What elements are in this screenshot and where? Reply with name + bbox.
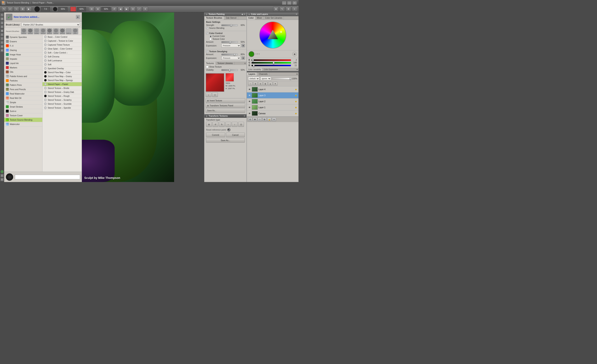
cat-impasto[interactable]: Impasto <box>4 57 42 61</box>
minimize-btn[interactable]: _ <box>282 1 286 5</box>
tab-channels[interactable]: Channels <box>257 72 269 76</box>
tab-layers[interactable]: Layers <box>247 72 257 76</box>
cat-sumi-e[interactable]: Sumi-e <box>4 109 42 113</box>
var-stencil-paper-pastel[interactable]: Stencil Paper – Pastel <box>42 82 82 86</box>
selected-color-circle[interactable] <box>249 51 254 57</box>
recent-thumb-7[interactable]: Stencil <box>60 28 65 34</box>
color-wheel-btn[interactable]: ⊞ <box>292 52 297 56</box>
transform-btn-4[interactable]: ↔ <box>225 122 231 127</box>
amount-slider[interactable] <box>221 41 238 43</box>
left-tool-6[interactable]: ⊙ <box>0 33 4 36</box>
layer-item-4[interactable]: 👁 Layer 4 🔒 <box>247 87 298 92</box>
current-color-radio[interactable] <box>209 35 212 37</box>
tex-btn-2[interactable]: □ <box>212 92 218 97</box>
recent-thumb-1[interactable]: Stencil <box>21 28 27 34</box>
var-stencil-texture-bristle[interactable]: Stencil Texture – Bristle <box>42 86 82 90</box>
cat-texture-cover[interactable]: Texture Cover <box>4 113 42 118</box>
expression-select[interactable]: Pressure <box>221 44 241 47</box>
var-stencil-texture-rough[interactable]: Stencil Texture – Rough <box>42 94 82 98</box>
var-captured-texture[interactable]: Captured – Texture to Color <box>42 39 82 43</box>
cat-image-hose[interactable]: Image Hose <box>4 52 42 57</box>
color-wheel[interactable] <box>259 22 286 48</box>
tab-texture-libraries[interactable]: Texture Libraries <box>216 62 235 65</box>
layer-item-2[interactable]: 👁 Layer 2 🔒 <box>247 98 298 104</box>
transform-btn-5[interactable]: ↕ <box>232 122 237 127</box>
r-thumb[interactable] <box>252 59 254 62</box>
opacity-input-1[interactable] <box>58 7 68 11</box>
tool-btn-4[interactable]: ⊞ <box>20 7 25 12</box>
left-tool-3[interactable]: ◈ <box>0 21 4 24</box>
layer-lock-canvas[interactable]: 🔒 <box>295 112 297 115</box>
transform-btn-3[interactable]: ↻ <box>219 122 225 127</box>
recent-thumb-2[interactable]: Stencil <box>27 28 33 34</box>
cat-watercolor[interactable]: Watercolor <box>4 122 42 127</box>
expression-btn[interactable]: ⊞ <box>242 44 245 47</box>
layers-bottom-btn-1[interactable]: ⊡ <box>248 118 252 121</box>
smudging-expression-select[interactable]: Pressure <box>221 56 241 60</box>
layer-move-up-btn[interactable]: ▲ <box>268 82 273 86</box>
texture-side-preview[interactable] <box>226 73 234 81</box>
r-track[interactable] <box>251 59 291 61</box>
recent-thumb-5[interactable]: Stencil <box>47 28 52 34</box>
layers-bottom-btn-5[interactable]: 🔒 <box>267 118 271 121</box>
color-cursor[interactable] <box>280 31 282 33</box>
layer-group-btn[interactable]: ⊞ <box>253 82 258 86</box>
tab-color-variability[interactable]: Color Variability <box>247 68 262 71</box>
visibility-thumb[interactable] <box>229 69 230 71</box>
left-tool-1[interactable]: ✎ <box>0 13 4 16</box>
left-tool-bottom-1[interactable]: ⊡ <box>0 174 4 177</box>
close-btn[interactable]: ✕ <box>292 1 297 5</box>
cat-real-wet-oil[interactable]: Real Wet Oil <box>4 96 42 100</box>
settings-btn-3[interactable]: ⚙ <box>286 7 291 12</box>
settings-btn-1[interactable]: ⊞ <box>273 7 279 12</box>
var-stencil-texture-grainy-dab[interactable]: Stencil Texture – Grainy Dab <box>42 90 82 94</box>
tab-mixer[interactable]: Mixer <box>255 16 263 20</box>
color-indicator[interactable] <box>0 170 4 173</box>
texture-panel-close[interactable]: ✕ <box>244 13 245 15</box>
layer-lock-2[interactable]: 🔒 <box>295 100 297 103</box>
cat-liquid-ink[interactable]: Liquid Ink <box>4 61 42 65</box>
cat-texture-source-blending[interactable]: Texture Source Blending <box>4 118 42 122</box>
amount-thumb[interactable] <box>229 41 231 44</box>
preserve-select[interactable]: Ignore <box>260 77 271 80</box>
tool-btn-5[interactable]: ▶ <box>26 7 31 12</box>
var-speckled-overlay[interactable]: Speckled Overlay <box>42 67 82 71</box>
layer-item-canvas[interactable]: 👁 Canvas 🔒 <box>247 111 298 117</box>
var-stencil-texture-speckle[interactable]: Stencil Texture – Speckle <box>42 106 82 110</box>
transform-textures-btn[interactable]: ⊞ Transform Textures Panel <box>206 103 245 108</box>
cat-palette-knives[interactable]: Palette Knives and <box>4 74 42 79</box>
transform-btn-6[interactable]: ⊡ <box>238 122 244 127</box>
tool-btn-12[interactable]: ✓ <box>136 7 142 12</box>
b-thumb[interactable] <box>253 64 255 67</box>
brush-search-input[interactable] <box>15 175 80 179</box>
blend-mode-select[interactable]: Default <box>248 77 259 80</box>
settings-btn-4[interactable]: ≡ <box>292 7 297 12</box>
cat-pens-pencils[interactable]: Pens and Pencils <box>4 87 42 92</box>
commit-btn[interactable]: Commit <box>206 133 225 137</box>
color-triangle[interactable] <box>267 29 279 41</box>
layers-bottom-btn-6[interactable]: ≡ <box>272 118 276 121</box>
var-stencil-texture-scratchy[interactable]: Stencil Texture – Scratchy <box>42 98 82 102</box>
recent-thumb-6[interactable]: Stencil <box>53 28 59 34</box>
cancel-btn[interactable]: Cancel <box>226 133 245 137</box>
layer-move-down-btn[interactable]: ▼ <box>273 82 278 86</box>
tool-btn-9[interactable]: ◀ <box>118 7 123 12</box>
cat-dynamic-speckles[interactable]: Dynamic Speckles <box>4 35 42 40</box>
layers-bottom-btn-2[interactable]: ⊞ <box>253 118 257 121</box>
layers-bottom-btn-3[interactable]: □ <box>258 118 262 121</box>
var-captured-tinted[interactable]: Captured Tinted Texture <box>42 43 82 47</box>
b-track[interactable] <box>251 65 291 66</box>
var-soft-color[interactable]: Soft – Color Control – <box>42 51 82 55</box>
tex-btn-1[interactable]: ↓ <box>206 92 212 97</box>
var-stencil-flow-spongy[interactable]: Stencil Flow Map – Spongy <box>42 78 82 82</box>
layer-eye-2[interactable]: 👁 <box>248 100 251 103</box>
opacity-input-3[interactable] <box>101 7 111 11</box>
g-thumb[interactable] <box>273 62 275 64</box>
tab-dab-stencil[interactable]: Dab Stencil <box>224 16 238 20</box>
layer-delete-btn[interactable]: 🗑 <box>263 82 268 86</box>
smudging-slider[interactable] <box>221 54 238 55</box>
texture-panel-btn-1[interactable]: ◀ <box>241 13 243 15</box>
reset-btn[interactable]: ✦ <box>227 128 230 131</box>
cat-markers[interactable]: Markers <box>4 65 42 70</box>
transform-close[interactable]: ✕ <box>244 115 245 117</box>
